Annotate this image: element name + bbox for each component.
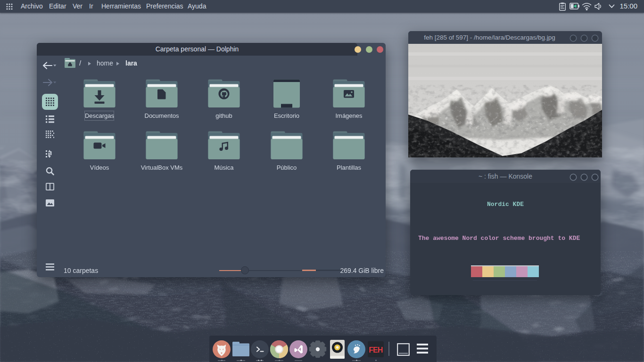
svg-text:FEH: FEH	[369, 346, 383, 354]
